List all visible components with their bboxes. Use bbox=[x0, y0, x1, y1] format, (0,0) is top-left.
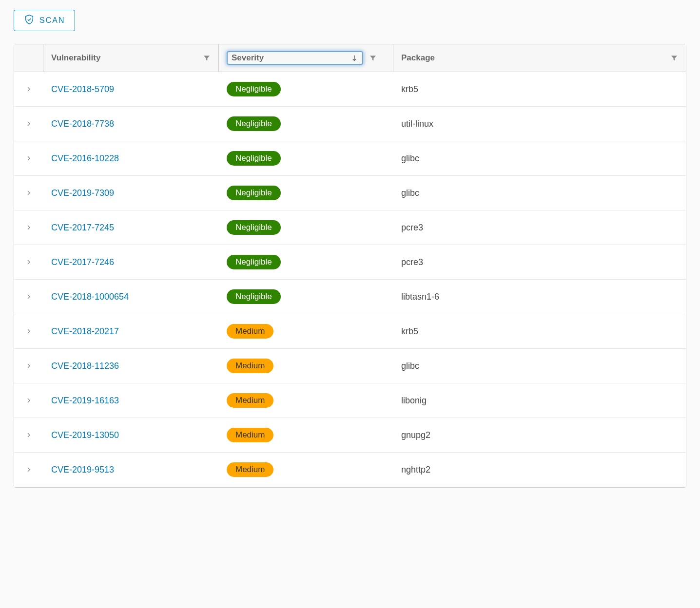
scan-button-label: SCAN bbox=[39, 16, 65, 25]
column-header-label: Severity bbox=[232, 53, 264, 63]
table-body: CVE-2018-5709Negligiblekrb5CVE-2018-7738… bbox=[14, 72, 686, 487]
package-name: util-linux bbox=[401, 119, 433, 129]
chevron-right-icon[interactable] bbox=[25, 154, 33, 162]
chevron-right-icon[interactable] bbox=[25, 224, 33, 231]
scan-button[interactable]: SCAN bbox=[14, 10, 75, 31]
package-name: glibc bbox=[401, 153, 419, 164]
column-header-vulnerability[interactable]: Vulnerability bbox=[43, 44, 219, 72]
table-row: CVE-2018-1000654Negligiblelibtasn1-6 bbox=[14, 280, 686, 314]
vulnerability-link[interactable]: CVE-2019-13050 bbox=[51, 430, 119, 440]
chevron-right-icon[interactable] bbox=[25, 85, 33, 93]
table-row: CVE-2018-20217Mediumkrb5 bbox=[14, 314, 686, 349]
vulnerability-link[interactable]: CVE-2018-7738 bbox=[51, 119, 114, 129]
package-name: krb5 bbox=[401, 326, 418, 337]
severity-badge: Negligible bbox=[227, 289, 281, 304]
chevron-right-icon[interactable] bbox=[25, 362, 33, 370]
table-row: CVE-2018-11236Mediumglibc bbox=[14, 349, 686, 383]
severity-badge: Negligible bbox=[227, 255, 281, 269]
package-name: nghttp2 bbox=[401, 465, 430, 475]
vulnerability-link[interactable]: CVE-2017-7246 bbox=[51, 257, 114, 267]
table-row: CVE-2018-5709Negligiblekrb5 bbox=[14, 72, 686, 107]
arrow-down-icon bbox=[350, 54, 358, 62]
package-name: glibc bbox=[401, 361, 419, 371]
package-name: gnupg2 bbox=[401, 430, 430, 440]
severity-badge: Negligible bbox=[227, 82, 281, 96]
funnel-icon[interactable] bbox=[369, 54, 377, 62]
funnel-icon[interactable] bbox=[203, 54, 211, 62]
vulnerability-link[interactable]: CVE-2018-20217 bbox=[51, 326, 119, 337]
chevron-right-icon[interactable] bbox=[25, 120, 33, 128]
table-row: CVE-2017-7245Negligiblepcre3 bbox=[14, 210, 686, 245]
package-name: glibc bbox=[401, 188, 419, 198]
shield-check-icon bbox=[24, 14, 35, 27]
vulnerability-link[interactable]: CVE-2018-5709 bbox=[51, 84, 114, 95]
vulnerability-link[interactable]: CVE-2017-7245 bbox=[51, 223, 114, 233]
chevron-right-icon[interactable] bbox=[25, 293, 33, 301]
severity-badge: Negligible bbox=[227, 151, 281, 166]
severity-badge: Medium bbox=[227, 324, 273, 339]
chevron-right-icon[interactable] bbox=[25, 258, 33, 266]
table-row: CVE-2018-7738Negligibleutil-linux bbox=[14, 107, 686, 141]
vulnerability-link[interactable]: CVE-2018-1000654 bbox=[51, 292, 129, 302]
chevron-right-icon[interactable] bbox=[25, 189, 33, 197]
table-header-row: Vulnerability Severity bbox=[14, 44, 686, 72]
table-row: CVE-2016-10228Negligibleglibc bbox=[14, 141, 686, 176]
package-name: krb5 bbox=[401, 84, 418, 95]
package-name: libonig bbox=[401, 396, 427, 406]
vulnerability-link[interactable]: CVE-2019-9513 bbox=[51, 465, 114, 475]
chevron-right-icon[interactable] bbox=[25, 327, 33, 335]
funnel-icon[interactable] bbox=[670, 54, 678, 62]
table-row: CVE-2017-7246Negligiblepcre3 bbox=[14, 245, 686, 280]
package-name: libtasn1-6 bbox=[401, 292, 439, 302]
table-row: CVE-2019-13050Mediumgnupg2 bbox=[14, 418, 686, 453]
vulnerabilities-table: Vulnerability Severity bbox=[14, 44, 686, 488]
package-name: pcre3 bbox=[401, 223, 423, 233]
column-header-expand bbox=[14, 44, 43, 72]
table-row: CVE-2019-16163Mediumlibonig bbox=[14, 383, 686, 418]
column-header-severity[interactable]: Severity bbox=[219, 44, 393, 72]
package-name: pcre3 bbox=[401, 257, 423, 267]
column-header-label: Vulnerability bbox=[51, 53, 100, 63]
chevron-right-icon[interactable] bbox=[25, 466, 33, 474]
severity-badge: Medium bbox=[227, 462, 273, 477]
severity-badge: Medium bbox=[227, 428, 273, 442]
severity-badge: Medium bbox=[227, 393, 273, 408]
severity-badge: Negligible bbox=[227, 186, 281, 200]
severity-badge: Medium bbox=[227, 359, 273, 373]
chevron-right-icon[interactable] bbox=[25, 431, 33, 439]
column-header-package[interactable]: Package bbox=[393, 44, 686, 72]
vulnerability-link[interactable]: CVE-2019-7309 bbox=[51, 188, 114, 198]
table-row: CVE-2019-7309Negligibleglibc bbox=[14, 176, 686, 210]
vulnerability-link[interactable]: CVE-2019-16163 bbox=[51, 396, 119, 406]
chevron-right-icon[interactable] bbox=[25, 397, 33, 404]
vulnerability-link[interactable]: CVE-2016-10228 bbox=[51, 153, 119, 164]
severity-sort-active[interactable]: Severity bbox=[227, 51, 363, 65]
table-row: CVE-2019-9513Mediumnghttp2 bbox=[14, 453, 686, 487]
vulnerability-link[interactable]: CVE-2018-11236 bbox=[51, 361, 119, 371]
severity-badge: Negligible bbox=[227, 220, 281, 235]
severity-badge: Negligible bbox=[227, 116, 281, 131]
column-header-label: Package bbox=[401, 53, 435, 63]
